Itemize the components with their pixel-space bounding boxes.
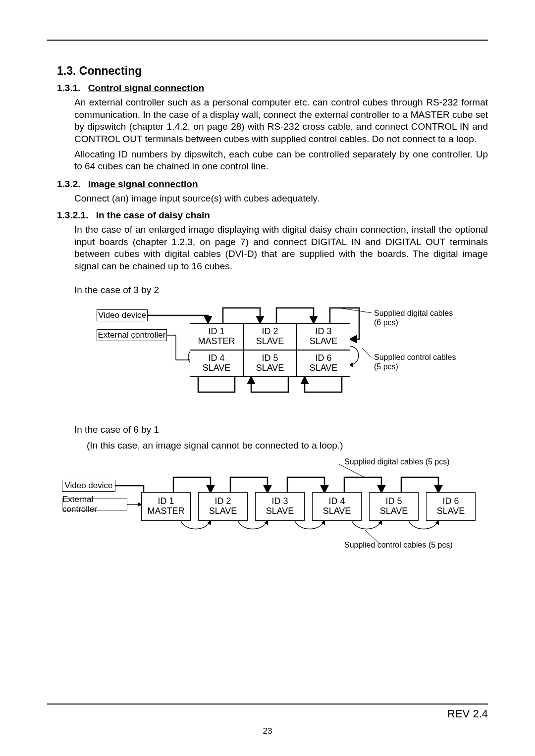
cube-role: SLAVE: [380, 506, 408, 516]
external-controller-box: External controller: [97, 329, 167, 341]
cube-id3: ID 3 SLAVE: [255, 492, 305, 521]
note-line: Supplied digital cables: [374, 308, 453, 318]
video-device-box: Video device: [97, 309, 148, 321]
subsection-number: 1.3.1.: [57, 83, 81, 94]
section-number: 1.3.: [57, 64, 76, 77]
cube-id: ID 5: [262, 353, 278, 363]
revision: REV 2.4: [47, 707, 488, 720]
top-rule: [47, 40, 488, 41]
note-control-cables: Supplied control cables (5 pcs): [374, 353, 456, 371]
cube-id: ID 4: [208, 353, 224, 363]
cube-id: ID 4: [328, 497, 345, 506]
cube-role: SLAVE: [310, 337, 338, 347]
subsection-title: Control signal connection: [88, 83, 204, 94]
cube-role: SLAVE: [323, 506, 351, 516]
subsubsection-title: In the case of daisy chain: [96, 210, 210, 221]
label: External controller: [98, 330, 165, 340]
cube-id4: ID 4 SLAVE: [312, 492, 362, 521]
label: Video device: [64, 481, 112, 491]
cube-id: ID 1: [158, 497, 174, 506]
cube-id4: ID 4 SLAVE: [190, 350, 243, 377]
bottom-rule: [47, 704, 488, 705]
cube-id1: ID 1 MASTER: [141, 492, 191, 521]
cube-id: ID 2: [214, 497, 231, 506]
paragraph: An external controller such as a persona…: [74, 97, 488, 146]
diagram-3x2: Video device External controller ID 1 MA…: [97, 301, 493, 404]
subsubsection-number: 1.3.2.1.: [57, 210, 88, 220]
cube-role: SLAVE: [203, 363, 231, 373]
note-line: Supplied control cables: [374, 353, 456, 362]
document-page: 1.3. Connecting 1.3.1. Control signal co…: [0, 0, 535, 756]
subsubsection-1-3-2-1: 1.3.2.1. In the case of daisy chain: [57, 210, 488, 221]
diagram-6x1: Video device External controller ID 1 MA…: [62, 455, 508, 554]
cube-role: SLAVE: [209, 506, 237, 516]
paragraph: In the case of an enlarged image display…: [74, 224, 488, 273]
label: Video device: [98, 310, 146, 320]
cube-id: ID 1: [208, 327, 224, 337]
cube-id2: ID 2 SLAVE: [198, 492, 248, 521]
cube-role: MASTER: [147, 506, 184, 516]
cube-id: ID 3: [315, 327, 331, 337]
cube-id6: ID 6 SLAVE: [426, 492, 476, 521]
note-digital-cables: Supplied digital cables (5 pcs): [344, 457, 450, 466]
paragraph: Connect (an) image input source(s) with …: [74, 193, 488, 205]
cube-role: SLAVE: [256, 363, 284, 373]
case-label-3x2: In the case of 3 by 2: [74, 285, 488, 296]
cube-id2: ID 2 SLAVE: [243, 323, 297, 350]
cube-role: SLAVE: [266, 506, 294, 516]
cube-role: SLAVE: [256, 337, 284, 347]
case-sub-6x1: (In this case, an image signal cannot be…: [87, 440, 488, 451]
page-footer: REV 2.4 23: [47, 692, 488, 736]
note-control-cables: Supplied control cables (5 pcs): [344, 540, 453, 550]
cube-id: ID 6: [315, 353, 331, 363]
cube-role: MASTER: [198, 337, 235, 347]
cube-id: ID 2: [262, 327, 278, 337]
subsection-number: 1.3.2.: [57, 179, 81, 190]
cube-id5: ID 5 SLAVE: [243, 350, 297, 377]
cube-id: ID 5: [385, 497, 402, 506]
page-number: 23: [47, 726, 488, 736]
label: External controller: [62, 495, 127, 514]
external-controller-box: External controller: [62, 499, 127, 510]
cube-role: SLAVE: [437, 506, 465, 516]
cube-role: SLAVE: [310, 363, 338, 373]
note-digital-cables: Supplied digital cables (6 pcs): [374, 308, 453, 327]
cube-id: ID 3: [271, 497, 288, 506]
section-title: Connecting: [79, 64, 142, 77]
note-qty: (6 pcs): [374, 318, 453, 327]
video-device-box: Video device: [62, 480, 115, 492]
subsection-title: Image signal connection: [88, 179, 198, 190]
cube-id3: ID 3 SLAVE: [297, 323, 350, 350]
section-heading: 1.3. Connecting: [57, 64, 488, 78]
cube-id5: ID 5 SLAVE: [369, 492, 419, 521]
paragraph: Allocating ID numbers by dipswitch, each…: [74, 149, 488, 173]
subsection-1-3-1: 1.3.1. Control signal connection: [57, 83, 488, 94]
cube-id: ID 6: [442, 497, 459, 506]
note-qty: (5 pcs): [374, 362, 456, 371]
cube-id1: ID 1 MASTER: [190, 323, 243, 350]
cube-id6: ID 6 SLAVE: [297, 350, 350, 377]
case-label-6x1: In the case of 6 by 1: [74, 424, 488, 435]
subsection-1-3-2: 1.3.2. Image signal connection: [57, 179, 488, 190]
